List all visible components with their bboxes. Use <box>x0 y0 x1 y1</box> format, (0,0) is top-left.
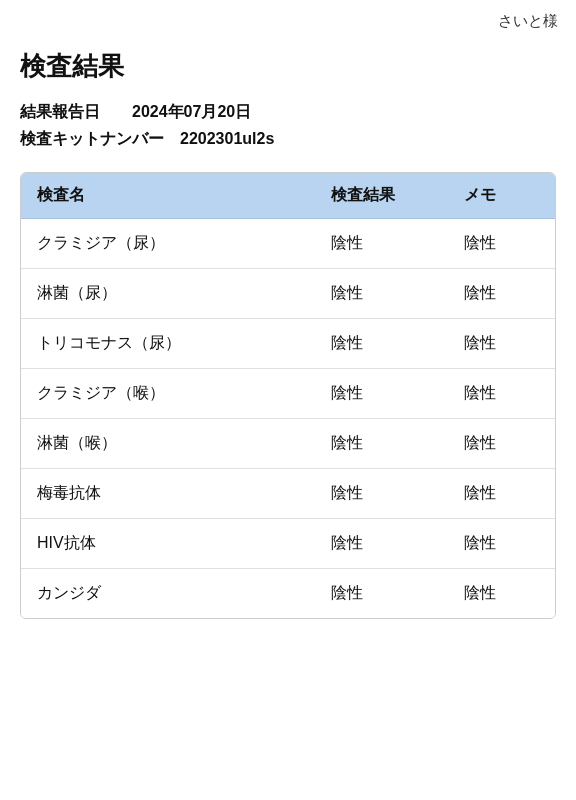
table-header-row: 検査名 検査結果 メモ <box>21 173 555 219</box>
cell-memo: 陰性 <box>448 469 555 519</box>
cell-memo: 陰性 <box>448 369 555 419</box>
table-row: HIV抗体陰性陰性 <box>21 519 555 569</box>
cell-memo: 陰性 <box>448 569 555 619</box>
table-row: クラミジア（尿）陰性陰性 <box>21 219 555 269</box>
cell-result: 陰性 <box>315 569 449 619</box>
cell-test-name: クラミジア（喉） <box>21 369 315 419</box>
cell-result: 陰性 <box>315 319 449 369</box>
table-row: カンジダ陰性陰性 <box>21 569 555 619</box>
cell-memo: 陰性 <box>448 219 555 269</box>
table-row: 淋菌（喉）陰性陰性 <box>21 419 555 469</box>
cell-result: 陰性 <box>315 369 449 419</box>
col-header-result: 検査結果 <box>315 173 449 219</box>
cell-result: 陰性 <box>315 469 449 519</box>
cell-result: 陰性 <box>315 269 449 319</box>
cell-test-name: クラミジア（尿） <box>21 219 315 269</box>
cell-test-name: 梅毒抗体 <box>21 469 315 519</box>
col-header-name: 検査名 <box>21 173 315 219</box>
col-header-memo: メモ <box>448 173 555 219</box>
cell-memo: 陰性 <box>448 419 555 469</box>
cell-test-name: カンジダ <box>21 569 315 619</box>
cell-result: 陰性 <box>315 519 449 569</box>
table-row: クラミジア（喉）陰性陰性 <box>21 369 555 419</box>
page-title: 検査結果 <box>20 49 556 84</box>
cell-result: 陰性 <box>315 219 449 269</box>
report-date: 結果報告日 2024年07月20日 <box>20 102 556 123</box>
table-row: トリコモナス（尿）陰性陰性 <box>21 319 555 369</box>
kit-number: 検査キットナンバー 2202301ul2s <box>20 129 556 150</box>
table-row: 淋菌（尿）陰性陰性 <box>21 269 555 319</box>
user-label: さいと様 <box>498 12 558 31</box>
cell-test-name: HIV抗体 <box>21 519 315 569</box>
cell-memo: 陰性 <box>448 519 555 569</box>
cell-memo: 陰性 <box>448 269 555 319</box>
cell-test-name: トリコモナス（尿） <box>21 319 315 369</box>
cell-test-name: 淋菌（喉） <box>21 419 315 469</box>
results-table: 検査名 検査結果 メモ クラミジア（尿）陰性陰性淋菌（尿）陰性陰性トリコモナス（… <box>21 173 555 618</box>
cell-test-name: 淋菌（尿） <box>21 269 315 319</box>
cell-result: 陰性 <box>315 419 449 469</box>
results-table-container: 検査名 検査結果 メモ クラミジア（尿）陰性陰性淋菌（尿）陰性陰性トリコモナス（… <box>20 172 556 619</box>
table-row: 梅毒抗体陰性陰性 <box>21 469 555 519</box>
cell-memo: 陰性 <box>448 319 555 369</box>
